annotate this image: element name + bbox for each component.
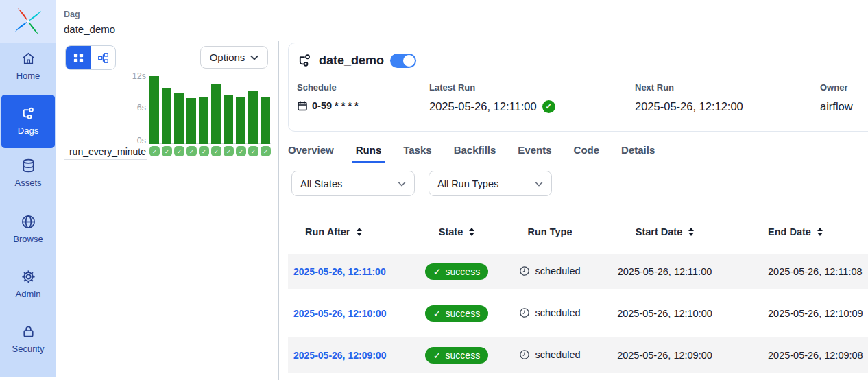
graph-view-button[interactable]	[91, 46, 115, 69]
airflow-app: Home Dags Assets Browse	[0, 0, 868, 380]
start-date-value: 2025-05-26, 12:09:00	[601, 337, 728, 373]
sidebar-item-browse[interactable]: Browse	[0, 214, 56, 244]
state-badge[interactable]: ✓success	[425, 347, 488, 364]
sidebar-item-label: Assets	[14, 178, 41, 188]
sidebar-item-label: Dags	[18, 126, 38, 136]
column-header-state[interactable]: State	[415, 215, 498, 248]
options-button[interactable]: Options	[200, 46, 268, 69]
column-header-run-after[interactable]: Run After	[288, 215, 415, 248]
task-instance-status-badge[interactable]: ✓	[174, 146, 184, 156]
schedule-value: 0-59 * * * *	[312, 100, 359, 111]
run-after-link[interactable]: 2025-05-26, 12:11:00	[293, 266, 386, 277]
sort-icon[interactable]	[357, 228, 362, 236]
task-instance-status-badge[interactable]: ✓	[199, 146, 209, 156]
column-header-start-date[interactable]: Start Date	[601, 215, 728, 248]
grid-view-button[interactable]	[66, 46, 91, 69]
duration-bar[interactable]	[162, 88, 171, 144]
chevron-down-icon	[398, 181, 406, 187]
breadcrumb-section: Dag	[64, 10, 80, 19]
dag-header-card: date_demo Schedule 0-59 * * * * Latest R…	[288, 43, 868, 132]
duration-bar[interactable]	[186, 98, 196, 144]
duration-bar[interactable]	[149, 76, 159, 145]
y-axis-tick: 6s	[103, 103, 146, 112]
duration-bar[interactable]	[248, 91, 258, 145]
runs-table: Run After State Run Type Start Date End …	[288, 209, 868, 379]
clock-icon	[519, 265, 530, 276]
summary-label: Next Run	[635, 82, 820, 93]
run-after-link[interactable]: 2025-05-26, 12:10:00	[293, 308, 386, 319]
run-type-filter-select[interactable]: All Run Types	[429, 171, 552, 196]
sidebar-item-admin[interactable]: Admin	[0, 269, 56, 299]
run-type-value: scheduled	[535, 349, 580, 360]
task-instance-status-badge[interactable]: ✓	[211, 146, 221, 156]
tab-overview[interactable]: Overview	[284, 140, 338, 163]
sidebar-item-security[interactable]: Security	[0, 324, 56, 354]
duration-bar[interactable]	[236, 97, 245, 144]
duration-bar[interactable]	[261, 97, 270, 144]
duration-bar-chart	[149, 75, 271, 144]
column-header-end-date[interactable]: End Date	[728, 215, 868, 248]
task-row-divider	[64, 159, 147, 160]
grid-icon	[73, 52, 84, 64]
task-instance-status-badge[interactable]: ✓	[224, 146, 234, 156]
state-filter-select[interactable]: All States	[291, 171, 415, 196]
end-date-value: 2025-05-26, 12:11:08	[728, 254, 868, 289]
run-row: 2025-05-26, 12:10:00 ✓success scheduled …	[288, 296, 868, 331]
sidebar: Home Dags Assets Browse	[0, 0, 56, 377]
column-label: State	[439, 226, 463, 237]
task-instance-badge-row: ✓✓✓✓✓✓✓✓✓✓	[149, 146, 271, 156]
globe-icon	[21, 214, 36, 230]
duration-bar[interactable]	[224, 95, 233, 144]
sort-icon[interactable]	[469, 228, 474, 236]
dag-icon	[21, 106, 36, 121]
clock-icon	[519, 307, 530, 318]
task-instance-status-badge[interactable]: ✓	[261, 146, 271, 156]
task-instance-status-badge[interactable]: ✓	[186, 146, 197, 156]
run-after-link[interactable]: 2025-05-26, 12:09:00	[293, 350, 386, 361]
state-label: success	[446, 308, 481, 319]
duration-bar[interactable]	[199, 97, 208, 144]
sidebar-item-assets[interactable]: Assets	[0, 158, 56, 188]
gear-icon	[21, 269, 36, 285]
airflow-logo[interactable]	[0, 0, 56, 43]
tab-code[interactable]: Code	[570, 140, 604, 163]
sidebar-item-label: Browse	[13, 234, 43, 244]
task-instance-status-badge[interactable]: ✓	[236, 146, 246, 156]
task-instance-status-badge[interactable]: ✓	[162, 146, 172, 156]
check-icon: ✓	[433, 308, 442, 319]
end-date-value: 2025-05-26, 12:10:09	[728, 296, 868, 331]
dag-pause-toggle[interactable]	[390, 54, 416, 68]
sidebar-item-home[interactable]: Home	[0, 51, 56, 81]
owner-value: airflow	[820, 100, 853, 113]
run-type-value: scheduled	[535, 307, 580, 318]
state-label: success	[446, 350, 481, 361]
column-label: Run Type	[528, 226, 572, 237]
tab-events[interactable]: Events	[514, 140, 555, 163]
sort-icon[interactable]	[688, 228, 694, 236]
state-badge[interactable]: ✓success	[425, 263, 488, 280]
summary-next-run: Next Run 2025-05-26, 12:12:00	[635, 82, 820, 113]
tab-runs[interactable]: Runs	[352, 140, 386, 163]
sidebar-item-dags[interactable]: Dags	[1, 95, 55, 148]
start-date-value: 2025-05-26, 12:10:00	[601, 296, 728, 331]
dag-title: date_demo	[319, 54, 384, 68]
summary-schedule: Schedule 0-59 * * * *	[297, 82, 429, 113]
tab-details[interactable]: Details	[617, 140, 659, 163]
latest-run-value[interactable]: 2025-05-26, 12:11:00	[429, 100, 537, 113]
state-badge[interactable]: ✓success	[425, 305, 488, 322]
panel-resize-handle[interactable]	[278, 41, 279, 380]
tab-backfills[interactable]: Backfills	[450, 140, 501, 163]
tab-tasks[interactable]: Tasks	[399, 140, 435, 163]
task-instance-status-badge[interactable]: ✓	[248, 146, 258, 156]
task-instance-status-badge[interactable]: ✓	[149, 146, 160, 156]
sidebar-item-label: Home	[16, 71, 40, 81]
summary-latest-run: Latest Run 2025-05-26, 12:11:00 ✓	[429, 82, 635, 113]
dag-summary: Schedule 0-59 * * * * Latest Run 2025-05…	[289, 69, 868, 113]
duration-bar[interactable]	[174, 93, 184, 144]
chevron-down-icon	[250, 55, 258, 60]
task-name-label[interactable]: run_every_minute	[41, 146, 146, 157]
tabs-divider	[278, 163, 868, 163]
run-row: 2025-05-26, 12:11:00 ✓success scheduled …	[288, 254, 868, 289]
sort-icon[interactable]	[817, 228, 823, 236]
duration-bar[interactable]	[211, 84, 221, 144]
